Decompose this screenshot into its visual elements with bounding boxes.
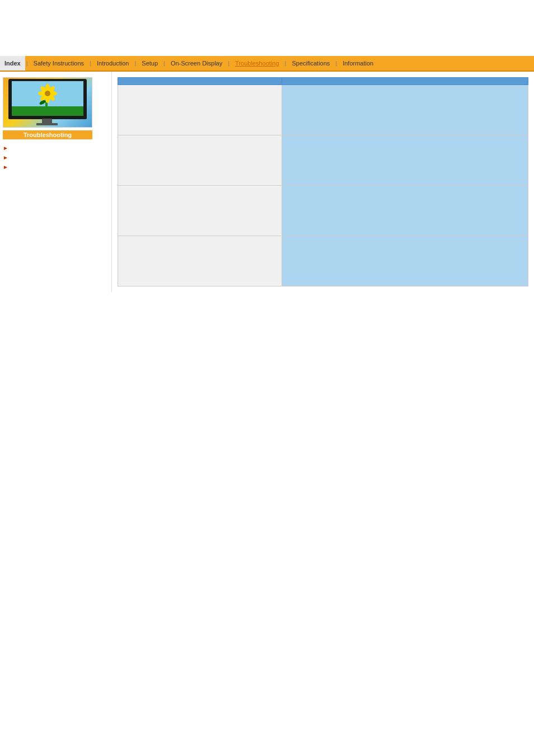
arrow-icon-3: ► — [3, 164, 8, 170]
table-cell-left-2 — [118, 135, 282, 186]
nav-setup-label: Setup — [142, 60, 158, 67]
sidebar-nav-item-2[interactable]: ► — [3, 153, 109, 162]
monitor-stand — [42, 119, 52, 123]
table-row — [118, 236, 528, 287]
content-area — [112, 72, 534, 292]
monitor-base — [36, 123, 58, 125]
nav-info-label: Information — [343, 60, 373, 67]
nav-specifications[interactable]: Specifications — [287, 56, 334, 71]
arrow-icon-2: ► — [3, 154, 8, 161]
table-cell-right-2 — [282, 135, 528, 186]
sidebar-monitor-image — [3, 77, 92, 128]
table-cell-left-1 — [118, 85, 282, 135]
nav-index-label: Index — [4, 60, 21, 67]
nav-bar: Index | Safety Instructions | Introducti… — [0, 56, 534, 72]
table-header-left — [118, 78, 282, 85]
arrow-icon-1: ► — [3, 145, 8, 151]
table-cell-right-1 — [282, 85, 528, 135]
monitor-body — [8, 79, 87, 119]
nav-spec-label: Specifications — [292, 60, 330, 67]
table-cell-left-4 — [118, 236, 282, 287]
flower-svg — [12, 81, 83, 116]
nav-information[interactable]: Information — [338, 56, 378, 71]
table-row — [118, 85, 528, 135]
table-cell-right-4 — [282, 236, 528, 287]
nav-setup[interactable]: Setup — [137, 56, 162, 71]
table-cell-right-3 — [282, 186, 528, 236]
nav-sep-6: | — [284, 60, 288, 67]
nav-sep-2: | — [88, 60, 92, 67]
monitor-container — [6, 79, 90, 126]
nav-sep-1: | — [25, 60, 29, 67]
nav-safety-label: Safety Instructions — [34, 60, 85, 67]
sidebar-section-label: Troubleshooting — [3, 130, 92, 139]
nav-sep-3: | — [133, 60, 137, 67]
table-row — [118, 186, 528, 236]
main-content: Troubleshooting ► ► ► — [0, 72, 534, 292]
nav-sep-5: | — [227, 60, 231, 67]
nav-sep-7: | — [334, 60, 338, 67]
nav-trouble-label: Troubleshooting — [235, 60, 279, 67]
nav-intro-label: Introduction — [97, 60, 129, 67]
table-row — [118, 135, 528, 186]
svg-rect-1 — [12, 106, 83, 116]
nav-osd-label: On-Screen Display — [171, 60, 222, 67]
nav-introduction[interactable]: Introduction — [92, 56, 133, 71]
svg-point-12 — [45, 91, 50, 96]
table-header-right — [282, 78, 528, 85]
table-cell-left-3 — [118, 186, 282, 236]
sidebar-nav-item-3[interactable]: ► — [3, 163, 109, 171]
nav-safety[interactable]: Safety Instructions — [29, 56, 89, 71]
nav-troubleshooting[interactable]: Troubleshooting — [231, 56, 283, 71]
nav-sep-4: | — [162, 60, 166, 67]
sidebar-nav-item-1[interactable]: ► — [3, 144, 109, 152]
sidebar: Troubleshooting ► ► ► — [0, 72, 112, 292]
nav-osd[interactable]: On-Screen Display — [166, 56, 227, 71]
monitor-screen — [12, 81, 83, 116]
content-table — [118, 77, 528, 287]
nav-index[interactable]: Index — [0, 56, 25, 71]
